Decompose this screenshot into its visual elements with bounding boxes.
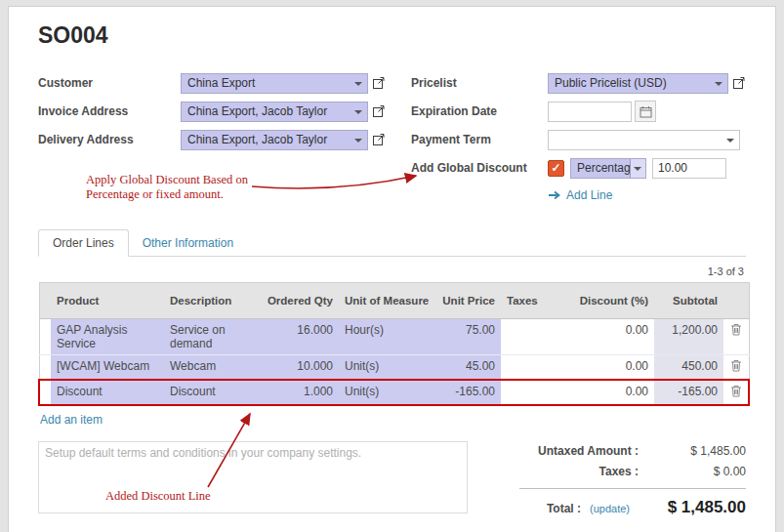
payment-term-select[interactable]: [548, 130, 740, 150]
chevron-down-icon: [726, 139, 734, 143]
delete-row-icon[interactable]: [723, 319, 749, 355]
customer-label: Customer: [38, 76, 181, 90]
field-row-expiration-date: Expiration Date: [411, 101, 746, 122]
delivery-address-value: China Export, Jacob Taylor: [187, 133, 327, 146]
dropdown-segment: [630, 159, 645, 178]
cell-price[interactable]: 45.00: [432, 355, 501, 381]
cell-qty[interactable]: 16.000: [261, 319, 339, 355]
col-unit-of-measure: Unit of Measure: [339, 283, 432, 319]
cell-product[interactable]: GAP Analysis Service: [51, 319, 164, 355]
expiration-date-label: Expiration Date: [411, 104, 548, 118]
field-row-pricelist: Pricelist Public Pricelist (USD): [411, 72, 746, 94]
delivery-address-open-record-icon[interactable]: [372, 133, 386, 146]
invoice-address-label: Invoice Address: [38, 104, 181, 118]
delete-column-header: [723, 283, 749, 319]
global-discount-controls: ✓ Percentage: [548, 158, 726, 179]
invoice-address-value: China Export, Jacob Taylor: [187, 104, 327, 118]
order-line-row: [WCAM] Webcam Webcam 10.000 Unit(s) 45.0…: [39, 355, 749, 381]
order-lines-table: Product Description Ordered Qty Unit of …: [38, 282, 750, 406]
chevron-down-icon: [354, 139, 362, 143]
order-line-row-discount-highlighted: Discount Discount 1.000 Unit(s) -165.00 …: [39, 380, 749, 405]
taxes-row: Taxes : $ 0.00: [497, 465, 746, 478]
update-total-link[interactable]: (update): [590, 503, 630, 514]
annotation-global-discount: Apply Global Discount Based on Percentag…: [86, 173, 281, 202]
calendar-icon[interactable]: [635, 101, 656, 122]
payment-term-label: Payment Term: [411, 133, 548, 146]
col-discount: Discount (%): [557, 283, 654, 319]
cell-taxes[interactable]: [501, 355, 557, 381]
field-row-global-discount: Add Global Discount ✓ Percentage: [411, 157, 746, 179]
footer-section: Untaxed Amount : $ 1,485.00 Taxes : $ 0.…: [38, 441, 746, 517]
untaxed-amount-label: Untaxed Amount :: [538, 444, 639, 458]
cell-description[interactable]: Service on demand: [164, 319, 261, 355]
add-line-label: Add Line: [566, 188, 612, 202]
delivery-address-label: Delivery Address: [38, 133, 181, 146]
cell-subtotal: -165.00: [654, 380, 723, 405]
cell-uom[interactable]: Unit(s): [339, 355, 432, 381]
untaxed-amount-value: $ 1,485.00: [639, 444, 746, 458]
taxes-label: Taxes :: [599, 465, 639, 478]
customer-select[interactable]: China Export: [181, 73, 368, 94]
discount-amount-input[interactable]: [652, 158, 726, 179]
chevron-down-icon: [715, 82, 722, 86]
col-subtotal: Subtotal: [654, 283, 723, 319]
col-taxes: Taxes: [501, 283, 557, 319]
col-ordered-qty: Ordered Qty: [261, 283, 339, 319]
global-discount-checkbox[interactable]: ✓: [548, 160, 564, 177]
cell-product[interactable]: Discount: [51, 380, 164, 405]
global-discount-label: Add Global Discount: [411, 161, 548, 175]
totals-divider: [519, 488, 746, 489]
cell-subtotal: 450.00: [654, 355, 723, 381]
invoice-address-open-record-icon[interactable]: [372, 104, 386, 118]
add-an-item-link[interactable]: Add an item: [40, 413, 103, 427]
arrow-right-icon: [548, 190, 561, 200]
total-value: $ 1,485.00: [639, 498, 746, 517]
cell-description[interactable]: Webcam: [164, 355, 261, 381]
field-row-delivery-address: Delivery Address China Export, Jacob Tay…: [38, 129, 411, 150]
tab-order-lines[interactable]: Order Lines: [38, 229, 129, 257]
chevron-down-icon: [634, 167, 641, 171]
cell-uom[interactable]: Hour(s): [339, 319, 432, 355]
cell-product[interactable]: [WCAM] Webcam: [51, 355, 164, 381]
total-label: Total :: [547, 502, 581, 515]
add-line-button[interactable]: Add Line: [548, 188, 746, 202]
pricelist-select[interactable]: Public Pricelist (USD): [548, 73, 728, 94]
delete-row-icon[interactable]: [723, 355, 749, 381]
handle-column-header: [39, 283, 51, 319]
delivery-address-select[interactable]: China Export, Jacob Taylor: [181, 130, 368, 150]
cell-uom[interactable]: Unit(s): [339, 380, 432, 405]
delete-row-icon[interactable]: [723, 380, 749, 405]
row-handle: [39, 355, 51, 381]
pricelist-label: Pricelist: [411, 76, 548, 90]
cell-taxes[interactable]: [501, 380, 557, 405]
field-row-invoice-address: Invoice Address China Export, Jacob Tayl…: [38, 101, 411, 122]
chevron-down-icon: [354, 82, 362, 86]
tab-other-information[interactable]: Other Information: [129, 230, 247, 256]
pricelist-open-record-icon[interactable]: [732, 76, 746, 90]
cell-taxes[interactable]: [501, 319, 557, 355]
cell-discount[interactable]: 0.00: [557, 380, 654, 405]
table-header-row: Product Description Ordered Qty Unit of …: [39, 283, 749, 319]
cell-discount[interactable]: 0.00: [557, 355, 654, 381]
cell-qty[interactable]: 1.000: [261, 380, 339, 405]
terms-and-conditions-textarea[interactable]: [38, 441, 468, 513]
row-handle: [39, 380, 51, 405]
expiration-date-input[interactable]: [548, 102, 632, 122]
cell-discount[interactable]: 0.00: [557, 319, 654, 355]
invoice-address-select[interactable]: China Export, Jacob Taylor: [181, 102, 368, 122]
notebook-tabs: Order Lines Other Information: [38, 229, 746, 257]
page-title: SO004: [38, 22, 746, 49]
list-pager: 1-3 of 3: [38, 266, 744, 277]
col-product: Product: [51, 283, 164, 319]
cell-price[interactable]: -165.00: [432, 380, 501, 405]
total-row: Total : (update) $ 1,485.00: [497, 498, 746, 517]
sales-order-page: SO004 Customer China Export Invoice Addr…: [0, 0, 784, 532]
col-description: Description: [164, 283, 261, 319]
cell-qty[interactable]: 10.000: [261, 355, 339, 381]
discount-type-select[interactable]: Percentage: [570, 158, 646, 179]
discount-type-value: Percentage: [577, 161, 637, 175]
cell-description[interactable]: Discount: [164, 380, 261, 405]
cell-price[interactable]: 75.00: [432, 319, 501, 355]
customer-open-record-icon[interactable]: [372, 76, 386, 90]
pricelist-value: Public Pricelist (USD): [555, 76, 667, 90]
